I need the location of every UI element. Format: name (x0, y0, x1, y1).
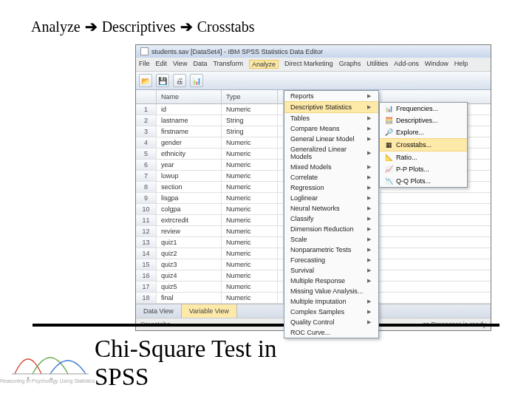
cell-type[interactable]: Numeric (222, 270, 278, 281)
submenu-item[interactable]: 📈P-P Plots... (380, 163, 467, 175)
cell-name[interactable]: gender (157, 137, 222, 148)
table-row[interactable]: 11extrcreditNumeric (136, 215, 283, 226)
menu-item[interactable]: ROC Curve... (284, 327, 378, 338)
menu-analyze[interactable]: Analyze (249, 60, 279, 69)
cell-name[interactable]: quiz4 (157, 270, 222, 281)
menu-edit[interactable]: Edit (156, 60, 168, 69)
menu-item[interactable]: General Linear Model▶ (284, 134, 378, 144)
cell-type[interactable]: Numeric (222, 149, 278, 159)
menu-item[interactable]: Quality Control▶ (284, 317, 378, 327)
col-type-header[interactable]: Type (222, 90, 278, 103)
cell-type[interactable]: Numeric (222, 137, 278, 148)
menu-item[interactable]: Missing Value Analysis... (284, 286, 378, 296)
menu-item[interactable]: Tables▶ (284, 113, 378, 123)
cell-name[interactable]: lowup (157, 171, 222, 181)
save-icon[interactable]: 💾 (156, 74, 169, 87)
menu-item[interactable]: Reports▶ (284, 91, 378, 101)
menu-utilities[interactable]: Utilities (366, 60, 388, 69)
menu-item[interactable]: Regression▶ (284, 183, 378, 193)
cell-type[interactable]: String (222, 126, 278, 137)
open-icon[interactable]: 📂 (139, 74, 152, 87)
table-row[interactable]: 12reviewNumeric (136, 226, 283, 237)
cell-type[interactable]: Numeric (222, 282, 278, 292)
cell-type[interactable]: Numeric (222, 182, 278, 192)
table-row[interactable]: 14quiz2Numeric (136, 248, 283, 259)
cell-type[interactable]: Numeric (222, 248, 278, 259)
tab-data-view[interactable]: Data View (136, 304, 182, 318)
cell-type[interactable]: Numeric (222, 237, 278, 248)
table-row[interactable]: 15quiz3Numeric (136, 259, 283, 270)
cell-name[interactable]: quiz3 (157, 259, 222, 270)
menu-item[interactable]: Generalized Linear Models▶ (284, 144, 378, 162)
cell-name[interactable]: lisgpa (157, 193, 222, 203)
table-row[interactable]: 6yearNumeric (136, 160, 283, 171)
cell-type[interactable]: Numeric (222, 293, 278, 303)
cell-name[interactable]: final (157, 293, 222, 303)
menu-item[interactable]: Forecasting▶ (284, 255, 378, 265)
menu-item[interactable]: Neural Networks▶ (284, 203, 378, 214)
print-icon[interactable]: 🖨 (173, 74, 186, 87)
cell-type[interactable]: Numeric (222, 226, 278, 236)
cell-name[interactable]: review (157, 226, 222, 236)
menu-item[interactable]: Classify▶ (284, 214, 378, 224)
table-row[interactable]: 13quiz1Numeric (136, 237, 283, 248)
submenu-item[interactable]: 🔎Explore... (380, 126, 467, 138)
table-row[interactable]: 7lowupNumeric (136, 171, 283, 182)
menu-item[interactable]: Survival▶ (284, 265, 378, 276)
table-row[interactable]: 5ethnicityNumeric (136, 149, 283, 160)
cell-type[interactable]: Numeric (222, 204, 278, 214)
table-row[interactable]: 17quiz5Numeric (136, 282, 283, 293)
menu-item[interactable]: Dimension Reduction▶ (284, 224, 378, 234)
cell-name[interactable]: ethnicity (157, 149, 222, 159)
menu-item[interactable]: Compare Means▶ (284, 123, 378, 134)
submenu-item[interactable]: 📐Ratio... (380, 151, 467, 163)
submenu-item[interactable]: 🧮Descriptives... (380, 115, 467, 126)
table-row[interactable]: 16quiz4Numeric (136, 270, 283, 282)
table-row[interactable]: 10colgpaNumeric (136, 204, 283, 215)
table-row[interactable]: 3firstnameString (136, 126, 283, 137)
menu-item[interactable]: Multiple Response▶ (284, 276, 378, 286)
cell-name[interactable]: quiz2 (157, 248, 222, 259)
cell-name[interactable]: section (157, 182, 222, 192)
submenu-item[interactable]: ▦Crosstabs... (380, 138, 467, 151)
cell-type[interactable]: Numeric (222, 259, 278, 270)
submenu-item[interactable]: 📊Frequencies... (380, 103, 467, 115)
table-row[interactable]: 9lisgpaNumeric (136, 193, 283, 204)
menu-view[interactable]: View (173, 60, 187, 69)
menu-item[interactable]: Nonparametric Tests▶ (284, 245, 378, 255)
menu-item[interactable]: Mixed Models▶ (284, 162, 378, 172)
cell-name[interactable]: lastname (157, 115, 222, 126)
menu-item[interactable]: Loglinear▶ (284, 193, 378, 203)
menu-direct-marketing[interactable]: Direct Marketing (284, 60, 333, 69)
cell-name[interactable]: quiz5 (157, 282, 222, 292)
table-row[interactable]: 2lastnameString (136, 115, 283, 126)
table-row[interactable]: 1idNumeric (136, 104, 283, 115)
menu-item[interactable]: Scale▶ (284, 234, 378, 245)
menu-item[interactable]: Correlate▶ (284, 172, 378, 183)
menu-help[interactable]: Help (454, 60, 468, 69)
cell-name[interactable]: quiz1 (157, 237, 222, 248)
menu-item[interactable]: Multiple Imputation▶ (284, 296, 378, 307)
menu-graphs[interactable]: Graphs (339, 60, 361, 69)
submenu-item[interactable]: 📉Q-Q Plots... (380, 175, 467, 187)
menu-item[interactable]: Descriptive Statistics▶ (284, 101, 378, 113)
col-name-header[interactable]: Name (157, 90, 222, 103)
cell-name[interactable]: firstname (157, 126, 222, 137)
menu-addons[interactable]: Add-ons (394, 60, 419, 69)
menu-item[interactable]: Complex Samples▶ (284, 307, 378, 317)
cell-name[interactable]: extrcredit (157, 215, 222, 225)
table-row[interactable]: 18finalNumeric (136, 293, 283, 304)
cell-type[interactable]: Numeric (222, 104, 278, 115)
cell-name[interactable]: year (157, 160, 222, 170)
cell-name[interactable]: id (157, 104, 222, 115)
menu-transform[interactable]: Transform (213, 60, 243, 69)
menu-data[interactable]: Data (193, 60, 207, 69)
menu-file[interactable]: File (139, 60, 150, 69)
cell-type[interactable]: Numeric (222, 193, 278, 203)
cell-type[interactable]: Numeric (222, 171, 278, 181)
cell-type[interactable]: Numeric (222, 160, 278, 170)
table-row[interactable]: 4genderNumeric (136, 137, 283, 149)
table-row[interactable]: 8sectionNumeric (136, 182, 283, 193)
cell-type[interactable]: Numeric (222, 215, 278, 225)
cell-name[interactable]: colgpa (157, 204, 222, 214)
